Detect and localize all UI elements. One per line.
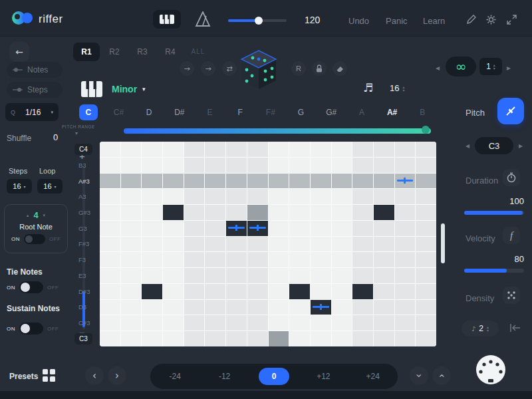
grid-cell-g3-2[interactable] — [121, 221, 142, 236]
grid-cell-c4-11[interactable] — [311, 142, 331, 157]
grid-cell-c3-1[interactable] — [100, 331, 120, 346]
grid-cell-cs3-6[interactable] — [205, 315, 225, 331]
grid-cell-c4-9[interactable] — [269, 142, 289, 157]
shift-right-button[interactable]: → — [201, 61, 215, 76]
grid-cell-b3-4[interactable] — [163, 158, 184, 173]
grid-cell-g3-11[interactable] — [311, 221, 331, 236]
grid-cell-cs3-14[interactable] — [374, 315, 394, 331]
loop-next-chevron[interactable]: ▸ — [507, 63, 511, 72]
grid-cell-c4-12[interactable] — [332, 142, 352, 157]
grid-cell-d3-5[interactable] — [184, 300, 205, 315]
grid-cell-c4-6[interactable] — [205, 142, 225, 157]
grid-cell-as3-1[interactable] — [100, 174, 120, 189]
grid-cell-fs3-13[interactable] — [352, 237, 373, 252]
grid-cell-gs3-2[interactable] — [121, 205, 142, 220]
grid-cell-b3-3[interactable] — [142, 158, 162, 173]
grid-cell-cs3-9[interactable] — [269, 315, 289, 331]
grid-cell-e3-16[interactable] — [416, 268, 436, 283]
grid-cell-ds3-12[interactable] — [332, 284, 352, 299]
grid-cell-c4-4[interactable] — [163, 142, 184, 157]
grid-cell-d3-12[interactable] — [332, 300, 352, 315]
grid-cell-cs3-8[interactable] — [247, 315, 268, 331]
midi-connector-button[interactable] — [475, 354, 507, 386]
grid-cell-a3-15[interactable] — [395, 189, 416, 204]
note-header-a[interactable]: A — [346, 103, 377, 122]
grid-cell-d3-11[interactable] — [311, 300, 331, 315]
grid-cell-gs3-16[interactable] — [416, 205, 436, 220]
grid-cell-a3-13[interactable] — [352, 189, 373, 204]
grid-cell-a3-2[interactable] — [121, 189, 142, 204]
undo-button[interactable]: Undo — [348, 16, 369, 26]
swap-button[interactable]: ⇄ — [222, 61, 237, 76]
grid-cell-f3-8[interactable] — [247, 252, 268, 267]
grid-cell-e3-15[interactable] — [395, 268, 416, 283]
grid-cell-g3-7[interactable] — [226, 221, 247, 236]
grid-cell-as3-15[interactable] — [395, 174, 416, 189]
grid-cell-e3-13[interactable] — [352, 268, 373, 283]
tempo-slider-knob[interactable] — [255, 17, 263, 25]
pitch-tool-button[interactable] — [497, 98, 524, 124]
grid-cell-c3-3[interactable] — [142, 331, 162, 346]
grid-cell-e3-5[interactable] — [184, 268, 205, 283]
grid-cell-g3-15[interactable] — [395, 221, 416, 236]
grid-cell-f3-7[interactable] — [226, 252, 247, 267]
grid-cell-c4-8[interactable] — [247, 142, 268, 157]
pitch-range-slider[interactable] — [124, 128, 431, 134]
note-header-g[interactable]: G — [286, 103, 317, 122]
grid-cell-fs3-5[interactable] — [184, 237, 205, 252]
grid-cell-fs3-2[interactable] — [121, 237, 142, 252]
note-prev-chevron[interactable]: ◂ — [466, 141, 469, 150]
grid-cell-c3-8[interactable] — [247, 331, 268, 346]
grid-cell-fs3-6[interactable] — [205, 237, 225, 252]
root-note-toggle[interactable] — [24, 234, 45, 244]
metronome-icon[interactable] — [194, 11, 211, 27]
transpose--24[interactable]: -24 — [160, 368, 190, 385]
note-header-ds[interactable]: D# — [164, 103, 195, 122]
grid-cell-as3-6[interactable] — [205, 174, 225, 189]
lock-button[interactable] — [312, 61, 327, 76]
grid-cell-as3-9[interactable] — [269, 174, 289, 189]
loop-prev-chevron[interactable]: ◂ — [436, 63, 440, 72]
grid-cell-cs3-7[interactable] — [226, 315, 247, 331]
tie-notes-toggle[interactable] — [19, 281, 43, 293]
grid-cell-gs3-3[interactable] — [142, 205, 162, 220]
grid-cell-b3-11[interactable] — [311, 158, 331, 173]
grid-cell-b3-10[interactable] — [289, 158, 310, 173]
grid-cell-cs3-13[interactable] — [352, 315, 373, 331]
grid-cell-as3-16[interactable] — [416, 174, 436, 189]
grid-cell-e3-10[interactable] — [289, 268, 310, 283]
grid-cell-ds3-9[interactable] — [269, 284, 289, 299]
grid-cell-ds3-11[interactable] — [311, 284, 331, 299]
grid-cell-ds3-15[interactable] — [395, 284, 416, 299]
grid-cell-e3-9[interactable] — [269, 268, 289, 283]
grid-cell-as3-12[interactable] — [332, 174, 352, 189]
grid-cell-cs3-1[interactable] — [100, 315, 120, 331]
steps-mode-button[interactable]: Steps — [7, 82, 63, 98]
grid-cell-c4-16[interactable] — [416, 142, 436, 157]
grid-cell-b3-1[interactable] — [100, 158, 120, 173]
note-length-handle[interactable] — [397, 180, 414, 182]
grid-cell-g3-1[interactable] — [100, 221, 120, 236]
grid-cell-b3-15[interactable] — [395, 158, 416, 173]
grid-cell-d3-15[interactable] — [395, 300, 416, 315]
grid-cell-e3-2[interactable] — [121, 268, 142, 283]
grid-cell-b3-7[interactable] — [226, 158, 247, 173]
grid-cell-fs3-14[interactable] — [374, 237, 394, 252]
root-note-stepper[interactable]: ▴ 4 ▾ — [5, 210, 67, 220]
grid-cell-ds3-7[interactable] — [226, 284, 247, 299]
grid-cell-f3-1[interactable] — [100, 252, 120, 267]
grid-cell-g3-9[interactable] — [269, 221, 289, 236]
grid-cell-c3-6[interactable] — [205, 331, 225, 346]
grid-cell-e3-6[interactable] — [205, 268, 225, 283]
send-to-start-icon[interactable] — [509, 323, 521, 332]
grid-cell-a3-9[interactable] — [269, 189, 289, 204]
grid-cell-g3-16[interactable] — [416, 221, 436, 236]
grid-cell-d3-2[interactable] — [121, 300, 142, 315]
grid-cell-e3-12[interactable] — [332, 268, 352, 283]
grid-cell-as3-4[interactable] — [163, 174, 184, 189]
grid-cell-as3-11[interactable] — [311, 174, 331, 189]
octave-down-button[interactable]: › — [410, 366, 428, 385]
grid-cell-d3-6[interactable] — [205, 300, 225, 315]
grid-cell-c3-11[interactable] — [311, 331, 331, 346]
grid-cell-d3-1[interactable] — [100, 300, 120, 315]
